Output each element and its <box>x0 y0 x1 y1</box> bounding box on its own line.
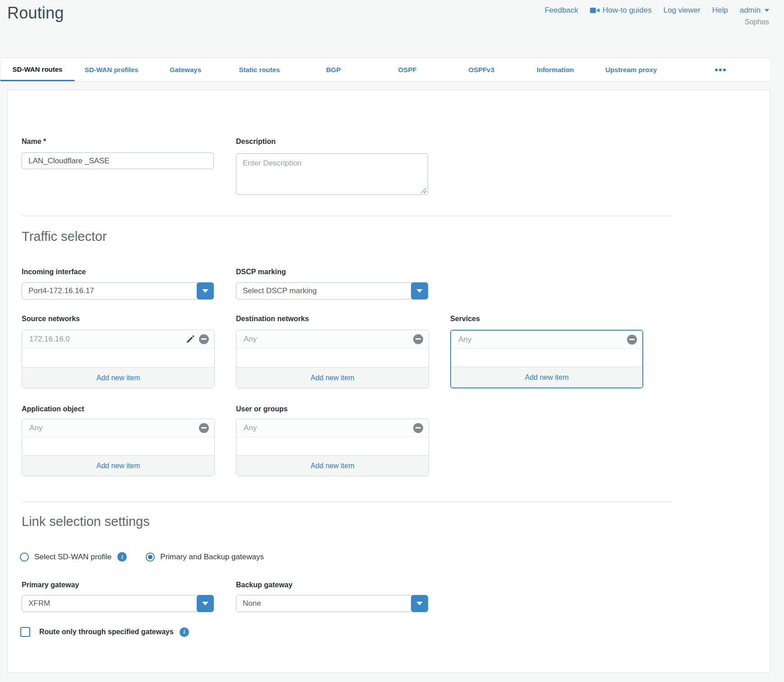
dscp-marking-label: DSCP marking <box>236 268 286 276</box>
add-new-item-button[interactable]: Add new item <box>22 367 214 388</box>
log-viewer-link[interactable]: Log viewer <box>664 6 701 15</box>
checkbox-icon[interactable] <box>20 627 30 637</box>
backup-gateway-select[interactable]: None <box>236 595 428 612</box>
log-viewer-label: Log viewer <box>664 6 701 15</box>
tab-sdwan-routes[interactable]: SD-WAN routes <box>0 58 74 81</box>
radio-option-primary-backup[interactable]: Primary and Backup gateways <box>146 553 264 562</box>
radio-label: Select SD-WAN profile <box>34 553 111 562</box>
application-object-label: Application object <box>22 405 84 413</box>
caret-down-icon <box>202 289 208 293</box>
info-icon[interactable]: i <box>180 627 189 637</box>
remove-item-icon[interactable] <box>413 423 423 433</box>
required-asterisk: * <box>43 138 46 145</box>
info-icon[interactable]: i <box>117 552 127 562</box>
radio-icon[interactable] <box>20 553 29 562</box>
chevron-down-icon <box>765 9 769 12</box>
dscp-marking-select[interactable]: Select DSCP marking <box>236 282 428 300</box>
list-item-value: Any <box>244 335 257 344</box>
radio-label: Primary and Backup gateways <box>160 553 264 562</box>
description-label: Description <box>236 138 276 146</box>
link-selection-radio-group: Select SD-WAN profile i Primary and Back… <box>20 552 264 562</box>
checkbox-label: Route only through specified gateways <box>39 628 174 636</box>
destination-networks-box: Any Add new item <box>236 330 429 388</box>
description-textarea[interactable] <box>236 153 428 195</box>
tab-sdwan-profiles[interactable]: SD-WAN profiles <box>74 58 148 81</box>
route-only-checkbox-row[interactable]: Route only through specified gateways i <box>20 627 189 637</box>
source-networks-label: Source networks <box>22 315 80 323</box>
services-label: Services <box>450 315 480 323</box>
traffic-selector-heading: Traffic selector <box>22 229 107 244</box>
add-new-item-button[interactable]: Add new item <box>451 367 642 387</box>
help-label: Help <box>712 6 728 15</box>
page-title: Routing <box>7 4 64 23</box>
help-link[interactable]: Help <box>712 6 728 15</box>
link-selection-heading: Link selection settings <box>22 514 150 529</box>
incoming-interface-value: Port4-172.16.16.17 <box>22 286 197 295</box>
dropdown-button[interactable] <box>411 595 428 612</box>
admin-menu[interactable]: admin <box>740 6 769 15</box>
remove-item-icon[interactable] <box>199 423 209 433</box>
dropdown-button[interactable] <box>411 282 428 300</box>
radio-option-sdwan-profile[interactable]: Select SD-WAN profile i <box>20 552 127 562</box>
edit-pencil-icon[interactable] <box>186 335 195 344</box>
feedback-link-label: Feedback <box>544 6 578 15</box>
tab-gateways[interactable]: Gateways <box>148 58 222 81</box>
radio-icon[interactable] <box>146 553 155 562</box>
destination-networks-label: Destination networks <box>236 315 309 323</box>
header-links: Feedback How-to guides Log viewer Help a… <box>544 6 769 15</box>
remove-item-icon[interactable] <box>627 335 637 345</box>
list-item-value: 172.16.16.0 <box>29 335 70 344</box>
divider <box>22 502 672 502</box>
list-item-value: Any <box>29 424 42 433</box>
dropdown-button[interactable] <box>197 595 214 612</box>
admin-menu-label: admin <box>740 6 761 15</box>
tab-static-routes[interactable]: Static routes <box>222 58 296 81</box>
name-input[interactable] <box>22 152 214 169</box>
user-or-groups-label: User or groups <box>236 405 288 413</box>
list-item: Any <box>451 331 642 349</box>
add-new-item-button[interactable]: Add new item <box>236 455 429 476</box>
caret-down-icon <box>416 289 423 293</box>
tab-bgp[interactable]: BGP <box>296 58 370 81</box>
howto-guides-label: How-to guides <box>603 6 652 15</box>
add-new-item-button[interactable]: Add new item <box>236 367 429 388</box>
user-or-groups-box: Any Add new item <box>236 419 429 476</box>
incoming-interface-label: Incoming interface <box>22 268 86 276</box>
howto-guides-link[interactable]: How-to guides <box>590 6 652 15</box>
tab-ospfv3[interactable]: OSPFv3 <box>444 58 518 81</box>
incoming-interface-select[interactable]: Port4-172.16.16.17 <box>22 282 214 300</box>
caret-down-icon <box>416 602 423 605</box>
tab-upstream-proxy[interactable]: Upstream proxy <box>592 58 670 81</box>
primary-gateway-label: Primary gateway <box>22 581 79 589</box>
list-item-value: Any <box>244 424 257 433</box>
remove-item-icon[interactable] <box>413 334 423 344</box>
caret-down-icon <box>202 602 208 605</box>
dscp-marking-value: Select DSCP marking <box>236 286 411 295</box>
tab-ospf[interactable]: OSPF <box>370 58 444 81</box>
primary-gateway-value: XFRM <box>22 599 197 608</box>
primary-gateway-select[interactable]: XFRM <box>22 595 214 612</box>
application-object-box: Any Add new item <box>22 419 215 476</box>
name-label-text: Name <box>22 138 42 145</box>
list-item: Any <box>22 419 214 437</box>
services-box: Any Add new item <box>450 330 643 388</box>
add-new-item-button[interactable]: Add new item <box>22 455 214 476</box>
tab-information[interactable]: Information <box>518 58 592 81</box>
source-networks-box: 172.16.16.0 Add new item <box>22 330 215 388</box>
ellipsis-icon <box>715 69 718 71</box>
list-item: 172.16.16.0 <box>22 330 214 348</box>
description-field-wrap <box>236 153 428 195</box>
account-name: Sophos <box>745 18 769 26</box>
feedback-link[interactable]: Feedback <box>544 6 578 15</box>
dropdown-button[interactable] <box>197 282 214 300</box>
list-item: Any <box>236 419 429 437</box>
remove-item-icon[interactable] <box>199 334 209 344</box>
video-camera-icon <box>590 7 600 14</box>
more-tabs-button[interactable] <box>670 58 771 81</box>
backup-gateway-value: None <box>236 599 411 608</box>
list-item-value: Any <box>458 335 471 344</box>
list-item: Any <box>236 330 429 348</box>
backup-gateway-label: Backup gateway <box>236 581 292 589</box>
divider <box>22 216 672 216</box>
sdwan-route-form-panel: Name * Description Traffic selector Inco… <box>7 90 770 673</box>
